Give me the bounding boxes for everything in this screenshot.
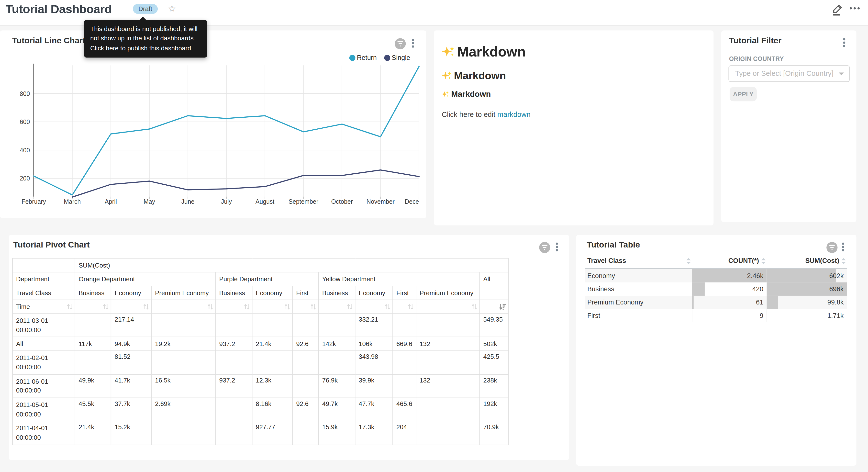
filter-panel-menu-icon[interactable] <box>842 38 846 47</box>
pivot-cell <box>319 351 355 375</box>
cell-travel-class: Premium Economy <box>585 296 692 309</box>
y-axis-tick-label: 800 <box>20 90 30 97</box>
line-chart-panel: Tutorial Line Chart ReturnSingle 2004006… <box>0 31 426 218</box>
pivot-data-row: 2011-02-01 00:00:0081.52343.98425.5 <box>12 351 508 375</box>
pivot-department-header: All <box>480 272 508 286</box>
pivot-department-header: Orange Department <box>75 272 216 286</box>
origin-country-select[interactable]: Type or Select [Origin Country] <box>728 65 850 82</box>
apply-button[interactable]: APPLY <box>730 87 757 101</box>
pivot-cell <box>293 375 319 398</box>
pivot-department-header: Purple Department <box>216 272 319 286</box>
pivot-cell: 937.2 <box>216 375 252 398</box>
pivot-cell <box>416 314 479 337</box>
pivot-cell <box>293 314 319 337</box>
sort-icon[interactable] <box>407 303 414 311</box>
pivot-cell: 92.6 <box>293 398 319 421</box>
table-row[interactable]: Premium Economy6199.8k <box>585 296 847 309</box>
pivot-cell <box>216 398 252 421</box>
pivot-data-row: 2011-03-01 00:00:00217.14332.21549.35 <box>12 314 508 337</box>
sort-icon[interactable] <box>102 303 109 311</box>
publish-tooltip[interactable]: This dashboard is not published, it will… <box>84 20 207 57</box>
column-header-travel-class[interactable]: Travel Class <box>585 255 692 268</box>
sort-descending-active-icon[interactable] <box>499 303 507 311</box>
pivot-cell: 45.5k <box>75 398 111 421</box>
x-axis-tick-label: May <box>144 198 155 205</box>
pivot-cell: 17.3k <box>355 421 393 445</box>
x-axis-tick-label: March <box>64 198 81 205</box>
pivot-cell: 204 <box>393 421 416 445</box>
pivot-class-header <box>480 286 508 300</box>
sort-icon[interactable] <box>244 303 250 311</box>
sort-icon[interactable] <box>384 303 391 311</box>
pivot-cell <box>416 421 479 445</box>
x-axis-tick-label: August <box>255 198 275 205</box>
table-row[interactable]: Business420696k <box>585 283 847 296</box>
origin-country-label: ORIGIN COUNTRY <box>729 55 784 62</box>
pivot-sort-row: Time <box>12 300 508 314</box>
table-row[interactable]: Economy2.46k602k <box>585 268 847 283</box>
sort-icon[interactable] <box>841 258 846 264</box>
pivot-cell: 8.16k <box>252 398 292 421</box>
markdown-paragraph: Click here to edit markdown <box>442 110 531 119</box>
single-line-series[interactable] <box>72 170 419 197</box>
pivot-cell: 142k <box>319 337 355 351</box>
sparkles-icon <box>442 45 455 58</box>
sort-icon[interactable] <box>471 303 478 311</box>
cell-sum-cost: 99.8k <box>767 296 847 309</box>
pivot-cell <box>252 351 292 375</box>
markdown-h2-text: Markdown <box>454 70 506 82</box>
pivot-chart-panel: Tutorial Pivot Chart SUM(Cost)Department… <box>9 235 569 460</box>
pivot-data-row: 2011-04-01 00:00:0021.4k15.2k927.7715.9k… <box>12 421 508 445</box>
data-table: Travel Class COUNT(*) SUM(Cost) Economy2… <box>585 255 847 322</box>
pivot-class-header: Business <box>319 286 355 300</box>
table-row[interactable]: First91.71k <box>585 309 847 322</box>
sort-icon[interactable] <box>66 303 73 311</box>
sort-icon[interactable] <box>761 258 766 264</box>
pivot-chart-title: Tutorial Pivot Chart <box>13 240 90 249</box>
pivot-measure-label: SUM(Cost) <box>75 258 508 272</box>
sort-icon[interactable] <box>686 258 691 264</box>
pivot-cell: 217.14 <box>111 314 151 337</box>
edit-markdown-link[interactable]: markdown <box>497 110 531 119</box>
pivot-chart-menu-icon[interactable] <box>555 243 559 252</box>
cell-count: 420 <box>692 283 767 296</box>
pivot-travel-class-row: Travel ClassBusinessEconomyPremium Econo… <box>12 286 508 300</box>
cell-count: 9 <box>692 309 767 322</box>
sort-icon[interactable] <box>143 303 149 311</box>
applied-filters-badge-icon[interactable] <box>539 242 550 253</box>
column-header-count[interactable]: COUNT(*) <box>692 255 767 268</box>
sort-icon[interactable] <box>310 303 317 311</box>
pivot-data-row: All117k94.9k19.2k937.221.4k92.6142k106k6… <box>12 337 508 351</box>
column-header-sum-cost[interactable]: SUM(Cost) <box>767 255 847 268</box>
pivot-cell <box>416 398 479 421</box>
pivot-row-label: 2011-02-01 00:00:00 <box>12 351 75 375</box>
chevron-down-icon <box>839 72 844 75</box>
sort-icon[interactable] <box>284 303 290 311</box>
pivot-cell <box>151 314 216 337</box>
filter-panel: Tutorial Filter ORIGIN COUNTRY Type or S… <box>721 31 856 222</box>
applied-filters-badge-icon[interactable] <box>827 242 837 253</box>
sort-icon[interactable] <box>346 303 353 311</box>
pivot-cell: 76.9k <box>319 375 355 398</box>
draft-status-badge[interactable]: Draft <box>133 4 158 14</box>
pivot-class-header: Economy <box>252 286 292 300</box>
favorite-star-icon[interactable]: ☆ <box>168 2 176 16</box>
pivot-cell <box>151 351 216 375</box>
pivot-cell <box>393 314 416 337</box>
markdown-heading-1: Markdown <box>442 44 526 60</box>
markdown-heading-3: Markdown <box>442 90 491 98</box>
header-more-menu-icon[interactable] <box>850 7 860 9</box>
column-header-label: COUNT(*) <box>728 257 759 265</box>
sort-icon[interactable] <box>207 303 214 311</box>
select-placeholder: Type or Select [Origin Country] <box>735 66 834 81</box>
cell-travel-class: Business <box>585 283 692 296</box>
table-panel-menu-icon[interactable] <box>841 243 845 252</box>
pivot-cell: 21.4k <box>252 337 292 351</box>
pivot-cell: 37.7k <box>111 398 151 421</box>
pivot-row-label: 2011-04-01 00:00:00 <box>12 421 75 445</box>
cell-sum-cost: 696k <box>767 283 847 296</box>
pivot-department-row: DepartmentOrange DepartmentPurple Depart… <box>12 272 508 286</box>
edit-dashboard-icon[interactable] <box>831 2 844 17</box>
pivot-cell: 549.35 <box>480 314 508 337</box>
pivot-cell: 49.7k <box>319 398 355 421</box>
